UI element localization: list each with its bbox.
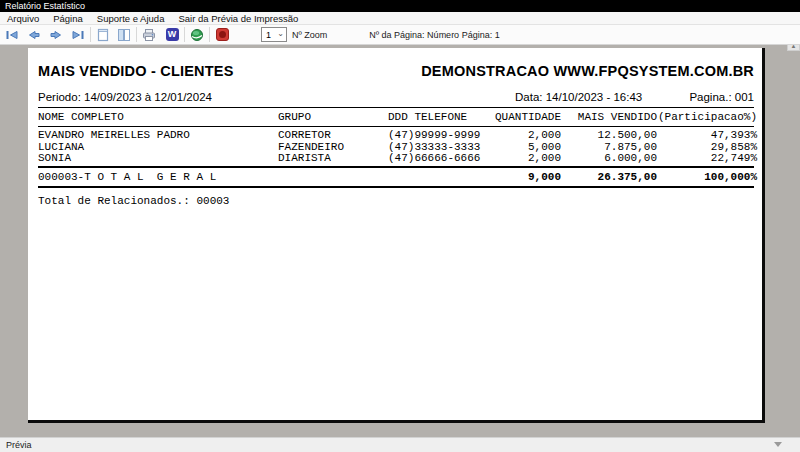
table-row: EVANDRO MEIRELLES PADRO CORRETOR (47)999… — [38, 130, 754, 141]
col-header-participacao: (Participacao%) — [657, 112, 757, 123]
previous-page-button[interactable] — [25, 26, 43, 44]
cell-vendido: 12.500,00 — [561, 130, 657, 141]
cell-telefone: (47)66666-6666 — [388, 153, 495, 164]
report-company: DEMONSTRACAO WWW.FPQSYSTEM.COM.BR — [421, 63, 754, 79]
cell-telefone: (47)99999-9999 — [388, 130, 495, 141]
window-title: Relatório Estatístico — [5, 1, 85, 11]
window-titlebar: Relatório Estatístico — [0, 0, 800, 12]
printer-icon — [142, 28, 156, 42]
cell-participacao: 29,858% — [657, 142, 757, 153]
col-header-quantidade: QUANTIDADE — [495, 112, 561, 123]
single-page-view-button[interactable] — [94, 26, 112, 44]
scrollbar-up-button[interactable]: ▲ — [787, 45, 800, 51]
resize-grip-icon — [774, 442, 782, 447]
last-page-icon — [71, 28, 85, 42]
toolbar: W 1 ⌄ Nº Zoom Nº da Página: Número Págin… — [0, 25, 800, 45]
cell-grupo: DIARISTA — [278, 153, 388, 164]
cell-telefone: (47)33333-3333 — [388, 142, 495, 153]
report-page-number: Pagina.: 001 — [689, 91, 754, 103]
toolbar-separator — [184, 27, 185, 42]
export-word-button[interactable]: W — [163, 26, 181, 44]
close-report-button[interactable] — [213, 26, 231, 44]
last-page-button[interactable] — [69, 26, 87, 44]
total-row: 000003-T O T A L G E R A L 9,000 26.375,… — [38, 168, 754, 188]
export-html-button[interactable] — [188, 26, 206, 44]
single-page-icon — [96, 28, 110, 42]
report-date: Data: 14/10/2023 - 16:43 — [515, 91, 642, 103]
previous-page-icon — [27, 28, 41, 42]
cell-nome: SONIA — [38, 153, 278, 164]
toolbar-separator — [136, 27, 137, 42]
cell-vendido: 7.875,00 — [561, 142, 657, 153]
cell-nome: EVANDRO MEIRELLES PADRO — [38, 130, 278, 141]
menu-bar: Arquivo Página Suporte e Ajuda Sair da P… — [0, 12, 800, 25]
menu-arquivo[interactable]: Arquivo — [0, 12, 46, 25]
cell-quantidade: 5,000 — [495, 142, 561, 153]
table-row: LUCIANA FAZENDEIRO (47)33333-3333 5,000 … — [38, 142, 754, 153]
next-page-button[interactable] — [47, 26, 65, 44]
page-number-label: Nº da Página: Número Página: 1 — [369, 30, 499, 40]
col-header-nome: NOME COMPLETO — [38, 112, 278, 123]
two-page-view-button[interactable] — [115, 26, 133, 44]
first-page-button[interactable] — [3, 26, 21, 44]
zoom-select[interactable]: 1 ⌄ — [261, 27, 287, 42]
report-page: MAIS VENDIDO - CLIENTES DEMONSTRACAO WWW… — [28, 48, 765, 423]
status-label: Prévia — [6, 440, 32, 450]
cell-quantidade: 2,000 — [495, 153, 561, 164]
toolbar-separator — [209, 27, 210, 42]
table-row: SONIA DIARISTA (47)66666-6666 2,000 6.00… — [38, 153, 754, 164]
col-header-vendido: MAIS VENDIDO — [561, 112, 657, 123]
preview-area: ▲ MAIS VENDIDO - CLIENTES DEMONSTRACAO W… — [0, 45, 800, 437]
total-participacao: 100,000% — [657, 172, 757, 183]
globe-icon — [190, 28, 204, 42]
status-bar: Prévia — [0, 437, 800, 452]
table-header-row: NOME COMPLETO GRUPO DDD TELEFONE QUANTID… — [38, 108, 754, 127]
print-button[interactable] — [140, 26, 158, 44]
app-window: Relatório Estatístico Arquivo Página Sup… — [0, 0, 800, 452]
related-count-label: Total de Relacionados.: 00003 — [38, 195, 754, 207]
total-label: 000003-T O T A L G E R A L — [38, 172, 495, 183]
cell-quantidade: 2,000 — [495, 130, 561, 141]
menu-sair-da-previa[interactable]: Sair da Prévia de Impressão — [171, 12, 305, 25]
cell-nome: LUCIANA — [38, 142, 278, 153]
menu-pagina[interactable]: Página — [46, 12, 90, 25]
chevron-down-icon: ⌄ — [277, 29, 284, 38]
toolbar-separator — [90, 27, 91, 42]
cell-grupo: FAZENDEIRO — [278, 142, 388, 153]
report-meta: Periodo: 14/09/2023 à 12/01/2024 Data: 1… — [38, 91, 754, 104]
close-report-icon — [216, 28, 229, 41]
report-title: MAIS VENDIDO - CLIENTES — [38, 63, 234, 79]
word-icon: W — [166, 28, 179, 41]
zoom-select-value: 1 — [266, 30, 271, 40]
col-header-telefone: DDD TELEFONE — [388, 112, 495, 123]
two-page-icon — [117, 28, 131, 42]
total-quantidade: 9,000 — [495, 172, 561, 183]
zoom-label: Nº Zoom — [292, 30, 327, 40]
cell-vendido: 6.000,00 — [561, 153, 657, 164]
total-vendido: 26.375,00 — [561, 172, 657, 183]
col-header-grupo: GRUPO — [278, 112, 388, 123]
menu-suporte-e-ajuda[interactable]: Suporte e Ajuda — [90, 12, 172, 25]
cell-participacao: 22,749% — [657, 153, 757, 164]
first-page-icon — [5, 28, 19, 42]
cell-participacao: 47,393% — [657, 130, 757, 141]
report-period: Periodo: 14/09/2023 à 12/01/2024 — [38, 91, 212, 103]
next-page-icon — [49, 28, 63, 42]
cell-grupo: CORRETOR — [278, 130, 388, 141]
